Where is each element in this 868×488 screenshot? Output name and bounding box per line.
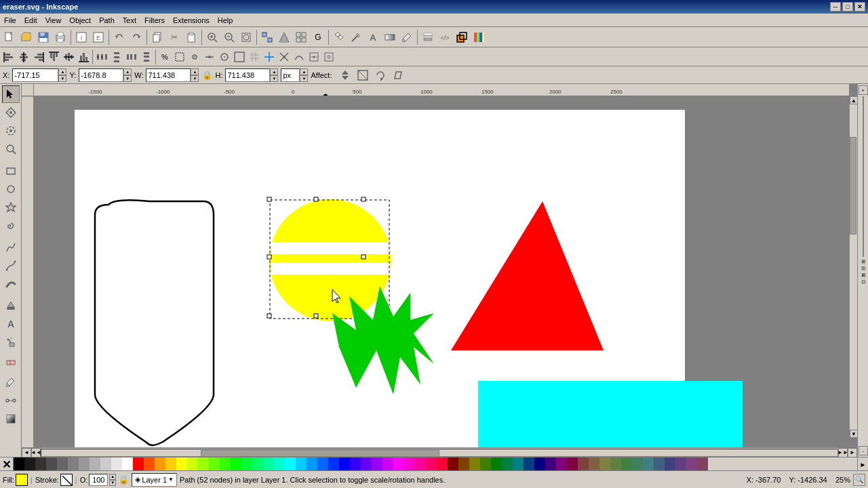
align-middle-v-btn[interactable] <box>61 49 76 64</box>
copy-button[interactable] <box>149 29 165 45</box>
snap-smooth-btn[interactable] <box>292 49 307 64</box>
close-button[interactable]: ✕ <box>854 2 865 12</box>
snap-center-btn[interactable] <box>217 49 232 64</box>
lock-icon[interactable]: 🔒 <box>119 475 129 485</box>
right-panel-top-btn[interactable]: + <box>859 85 868 95</box>
affect-skew-btn[interactable] <box>390 67 406 83</box>
palette-color-12[interactable] <box>144 458 155 470</box>
distribute-h-btn[interactable] <box>94 49 109 64</box>
align-right-btn[interactable] <box>31 49 46 64</box>
zoom-in-button[interactable] <box>204 29 220 45</box>
scroll-up-button[interactable]: ▲ <box>850 96 857 104</box>
tool-connector[interactable] <box>2 392 20 409</box>
palette-color-18[interactable] <box>209 458 220 470</box>
handle-tm[interactable] <box>314 197 318 201</box>
palette-color-44[interactable] <box>491 458 502 470</box>
new-button[interactable] <box>1 29 18 45</box>
palette-color-56[interactable] <box>621 458 632 470</box>
tool-pen[interactable] <box>2 257 20 274</box>
tool-bucket[interactable] <box>2 297 20 314</box>
scroll-snap-left[interactable]: ◄◄ <box>31 448 41 458</box>
unit-spin-down[interactable]: ▼ <box>300 75 308 82</box>
palette-color-25[interactable] <box>285 458 296 470</box>
transform-button[interactable] <box>276 29 292 45</box>
unit-spin-up[interactable]: ▲ <box>300 68 308 75</box>
handle-tl[interactable] <box>267 197 271 201</box>
layer-selector[interactable]: ◈ Layer 1 ▼ <box>132 473 177 487</box>
w-spin-down[interactable]: ▼ <box>191 75 199 82</box>
tool-rect[interactable] <box>2 162 20 180</box>
palette-color-29[interactable] <box>328 458 339 470</box>
zoom-out-button[interactable] <box>221 29 237 45</box>
x-spin-down[interactable]: ▼ <box>58 75 66 82</box>
palette-color-61[interactable] <box>675 458 686 470</box>
h-scroll-thumb[interactable] <box>201 450 439 457</box>
palette-color-51[interactable] <box>567 458 578 470</box>
handle-tr[interactable] <box>361 197 366 201</box>
handle-ml[interactable] <box>267 255 271 259</box>
palette-color-38[interactable] <box>426 458 437 470</box>
palette-color-57[interactable] <box>632 458 643 470</box>
canvas-main[interactable]: -1500 -1000 -500 0 500 1000 1500 2000 25… <box>22 84 857 447</box>
tool-ellipse[interactable] <box>2 180 20 198</box>
tool-pencil[interactable] <box>2 239 20 256</box>
y-value-field[interactable]: -1678.8 <box>79 68 123 82</box>
tool-callig[interactable] <box>2 275 20 293</box>
dropper-tool-btn[interactable] <box>399 29 415 45</box>
scroll-right-button[interactable]: ► <box>848 448 857 458</box>
palette-color-30[interactable] <box>339 458 350 470</box>
layers-button[interactable] <box>420 29 436 45</box>
palette-color-62[interactable] <box>686 458 697 470</box>
palette-color-9[interactable] <box>111 458 122 470</box>
snap-right-3[interactable]: ⊠ <box>859 272 867 279</box>
palette-color-35[interactable] <box>393 458 404 470</box>
palette-color-40[interactable] <box>448 458 458 470</box>
snap-right-2[interactable]: ⊟ <box>859 265 867 272</box>
snap-nodes-btn[interactable] <box>187 49 202 64</box>
palette-color-11[interactable] <box>133 458 144 470</box>
palette-color-36[interactable] <box>404 458 415 470</box>
print-button[interactable] <box>52 29 68 45</box>
palette-color-48[interactable] <box>534 458 545 470</box>
palette-color-2[interactable] <box>35 458 46 470</box>
palette-color-46[interactable] <box>513 458 524 470</box>
cut-button[interactable]: ✂ <box>166 29 182 45</box>
snap-mid-btn[interactable] <box>202 49 217 64</box>
tool-selector[interactable] <box>2 85 20 103</box>
align-top-btn[interactable] <box>46 49 61 64</box>
palette-color-15[interactable] <box>176 458 187 470</box>
menu-extensions[interactable]: Extensions <box>169 15 214 26</box>
x-spin-up[interactable]: ▲ <box>58 68 66 75</box>
undo-button[interactable] <box>111 29 127 45</box>
menu-help[interactable]: Help <box>214 15 237 26</box>
palette-color-26[interactable] <box>296 458 307 470</box>
align-bottom-btn[interactable] <box>76 49 91 64</box>
palette-color-58[interactable] <box>643 458 654 470</box>
snap-intersect-btn[interactable] <box>277 49 292 64</box>
palette-color-28[interactable] <box>317 458 328 470</box>
zoom-fit-icon[interactable]: 🔍 <box>853 474 865 486</box>
distribute-eq-h-btn[interactable] <box>124 49 139 64</box>
palette-color-59[interactable] <box>654 458 665 470</box>
gradient-tool-btn[interactable] <box>382 29 398 45</box>
palette-color-43[interactable] <box>480 458 491 470</box>
palette-color-21[interactable] <box>241 458 252 470</box>
distribute-v-btn[interactable] <box>109 49 124 64</box>
menu-text[interactable]: Text <box>119 15 140 26</box>
palette-color-3[interactable] <box>46 458 57 470</box>
menu-object[interactable]: Object <box>65 15 95 26</box>
maximize-button[interactable]: □ <box>842 2 853 12</box>
palette-color-20[interactable] <box>231 458 241 470</box>
palette-color-0[interactable] <box>14 458 24 470</box>
menu-file[interactable]: File <box>0 15 20 26</box>
snap-global-btn[interactable]: % <box>157 49 172 64</box>
v-scroll-thumb[interactable] <box>850 137 856 235</box>
x-value-field[interactable]: -717.15 <box>12 68 58 82</box>
w-spin-up[interactable]: ▲ <box>191 68 199 75</box>
handle-bm[interactable] <box>314 314 318 318</box>
snap-right-1[interactable]: ⊞ <box>859 258 867 265</box>
lock-ratio-button[interactable]: 🔒 <box>201 68 212 82</box>
palette-color-1[interactable] <box>24 458 35 470</box>
text-tool-btn[interactable]: A <box>365 29 381 45</box>
palette-color-31[interactable] <box>350 458 361 470</box>
